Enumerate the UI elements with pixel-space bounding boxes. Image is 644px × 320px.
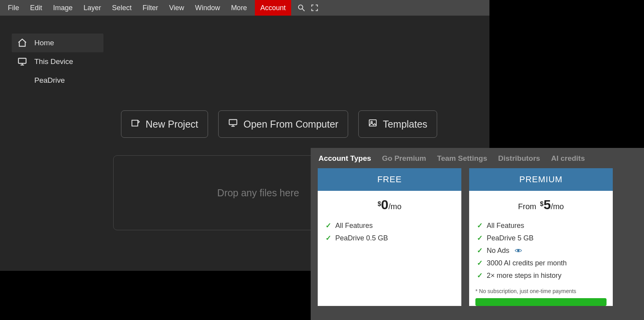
sidebar-item-label: Home [34, 39, 54, 47]
svg-line-1 [302, 9, 305, 11]
price-period: /mo [551, 202, 564, 211]
premium-cta-button[interactable] [475, 298, 607, 306]
plan-premium-title: PREMIUM [469, 168, 613, 191]
menu-view[interactable]: View [164, 0, 190, 16]
menu-edit[interactable]: Edit [25, 0, 48, 16]
tab-go-premium[interactable]: Go Premium [382, 154, 426, 163]
feature-text: All Features [487, 222, 524, 230]
home-icon [17, 38, 30, 48]
menu-layer[interactable]: Layer [78, 0, 107, 16]
feature-item: ✓All Features [326, 219, 454, 232]
fullscreen-icon[interactable] [309, 2, 320, 13]
sidebar-item-home[interactable]: Home [12, 34, 103, 52]
new-project-icon [131, 118, 140, 130]
tab-ai-credits[interactable]: AI credits [551, 154, 585, 163]
plan-premium-fineprint: * No subscription, just one-time payment… [469, 286, 613, 298]
svg-point-0 [299, 5, 303, 9]
menu-account[interactable]: Account [255, 0, 291, 16]
currency-symbol: $ [377, 201, 381, 207]
plan-free-features: ✓All Features ✓PeaDrive 0.5 GB [318, 217, 461, 249]
menubar: File Edit Image Layer Select Filter View… [0, 0, 489, 16]
sidebar-item-label: This Device [34, 57, 73, 66]
account-panel-tabs: Account Types Go Premium Team Settings D… [311, 148, 644, 168]
check-icon: ✓ [477, 246, 483, 255]
feature-text: PeaDrive 5 GB [487, 234, 534, 242]
plan-premium-features: ✓All Features ✓PeaDrive 5 GB ✓No Ads ✓30… [469, 217, 613, 286]
sidebar: Home This Device PeaDrive [12, 34, 103, 90]
templates-button[interactable]: Templates [358, 110, 437, 138]
price-amount: 0 [381, 197, 388, 212]
check-icon: ✓ [477, 234, 483, 242]
sidebar-item-peadrive[interactable]: PeaDrive [12, 71, 103, 90]
feature-item: ✓PeaDrive 0.5 GB [326, 232, 454, 244]
feature-item: ✓2× more steps in history [477, 269, 605, 282]
dropzone-text: Drop any files here [217, 187, 299, 199]
plan-premium-price: From $5/mo [469, 191, 613, 217]
feature-text: 3000 AI credits per month [487, 259, 567, 267]
feature-item: ✓No Ads [477, 244, 605, 257]
pricing-plans: FREE $0/mo ✓All Features ✓PeaDrive 0.5 G… [311, 168, 644, 306]
blank-icon [17, 75, 30, 85]
menu-select[interactable]: Select [107, 0, 137, 16]
eye-icon [515, 248, 522, 253]
svg-rect-6 [229, 119, 237, 124]
account-panel: Account Types Go Premium Team Settings D… [311, 148, 644, 320]
feature-item: ✓PeaDrive 5 GB [477, 232, 605, 244]
svg-rect-9 [369, 120, 376, 126]
svg-point-11 [518, 250, 519, 252]
search-icon[interactable] [296, 2, 307, 13]
feature-text: All Features [335, 222, 373, 230]
tab-team-settings[interactable]: Team Settings [437, 154, 487, 163]
new-project-button[interactable]: New Project [121, 110, 208, 138]
sidebar-item-label: PeaDrive [34, 76, 65, 85]
check-icon: ✓ [326, 234, 331, 242]
computer-icon [228, 118, 238, 130]
check-icon: ✓ [477, 271, 483, 280]
templates-label: Templates [383, 119, 427, 130]
svg-rect-2 [18, 58, 26, 63]
price-period: /mo [388, 202, 401, 211]
menu-more[interactable]: More [226, 0, 253, 16]
tab-distributors[interactable]: Distributors [498, 154, 540, 163]
open-from-computer-button[interactable]: Open From Computer [218, 110, 348, 138]
plan-free-title: FREE [318, 168, 461, 191]
monitor-icon [17, 57, 30, 67]
price-from: From [518, 202, 538, 211]
feature-text: PeaDrive 0.5 GB [335, 234, 388, 242]
plan-free-price: $0/mo [318, 191, 461, 217]
menu-image[interactable]: Image [48, 0, 78, 16]
feature-item: ✓3000 AI credits per month [477, 257, 605, 269]
plan-free: FREE $0/mo ✓All Features ✓PeaDrive 0.5 G… [318, 168, 461, 306]
check-icon: ✓ [326, 221, 331, 230]
main-action-buttons: New Project Open From Computer Templates [121, 110, 437, 138]
menu-filter[interactable]: Filter [137, 0, 164, 16]
svg-rect-5 [132, 120, 138, 126]
image-icon [368, 118, 377, 130]
menu-file[interactable]: File [2, 0, 25, 16]
feature-text: 2× more steps in history [487, 272, 562, 280]
open-from-computer-label: Open From Computer [244, 119, 338, 130]
feature-item: ✓All Features [477, 219, 605, 232]
price-amount: 5 [543, 197, 551, 212]
sidebar-item-this-device[interactable]: This Device [12, 52, 103, 71]
feature-text: No Ads [487, 247, 509, 255]
check-icon: ✓ [477, 259, 483, 267]
menu-window[interactable]: Window [190, 0, 226, 16]
new-project-label: New Project [146, 119, 198, 130]
tab-account-types[interactable]: Account Types [318, 154, 371, 163]
plan-premium: PREMIUM From $5/mo ✓All Features ✓PeaDri… [469, 168, 613, 306]
check-icon: ✓ [477, 221, 483, 230]
